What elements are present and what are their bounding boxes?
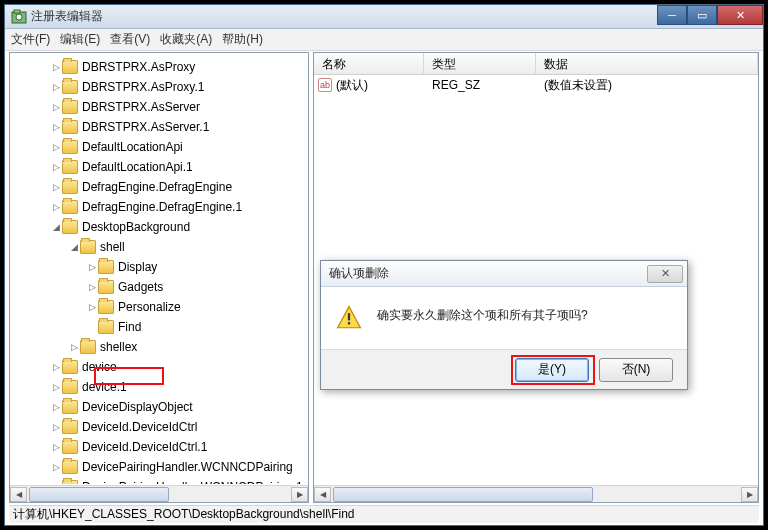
list-header[interactable]: 名称 类型 数据	[314, 53, 758, 75]
tree-item[interactable]: ▷DBRSTPRX.AsProxy.1	[10, 77, 308, 97]
tree-item[interactable]: ▷DeviceId.DeviceIdCtrl	[10, 417, 308, 437]
tree-item-label: Gadgets	[118, 280, 163, 294]
scroll-track[interactable]	[27, 487, 291, 502]
expander-closed-icon[interactable]: ▷	[50, 123, 62, 132]
tree-item[interactable]: ▷shellex	[10, 337, 308, 357]
tree-item[interactable]: ▷Personalize	[10, 297, 308, 317]
expander-closed-icon[interactable]: ▷	[50, 383, 62, 392]
tree-item[interactable]: ▷DeviceId.DeviceIdCtrl.1	[10, 437, 308, 457]
dialog-titlebar[interactable]: 确认项删除 ✕	[321, 261, 687, 287]
expander-closed-icon[interactable]: ▷	[50, 483, 62, 485]
menubar: 文件(F) 编辑(E) 查看(V) 收藏夹(A) 帮助(H)	[5, 29, 763, 51]
expander-closed-icon[interactable]: ▷	[50, 203, 62, 212]
tree-item[interactable]: ◢DesktopBackground	[10, 217, 308, 237]
expander-closed-icon[interactable]: ▷	[50, 183, 62, 192]
tree-item-label: shell	[100, 240, 125, 254]
registry-tree[interactable]: ▷DBRSTPRX.AsProxy▷DBRSTPRX.AsProxy.1▷DBR…	[10, 53, 308, 484]
expander-closed-icon[interactable]: ▷	[50, 83, 62, 92]
menu-view[interactable]: 查看(V)	[110, 31, 150, 48]
expander-closed-icon[interactable]: ▷	[50, 103, 62, 112]
tree-item[interactable]: ▷device.1	[10, 377, 308, 397]
tree-item-label: DeviceId.DeviceIdCtrl	[82, 420, 197, 434]
titlebar[interactable]: 注册表编辑器 ─ ▭ ✕	[5, 5, 763, 29]
tree-item[interactable]: ▷DBRSTPRX.AsServer.1	[10, 117, 308, 137]
statusbar: 计算机\HKEY_CLASSES_ROOT\DesktopBackground\…	[9, 505, 759, 523]
expander-open-icon[interactable]: ◢	[68, 243, 80, 252]
no-button[interactable]: 否(N)	[599, 358, 673, 382]
expander-open-icon[interactable]: ◢	[50, 223, 62, 232]
statusbar-path: 计算机\HKEY_CLASSES_ROOT\DesktopBackground\…	[13, 506, 354, 523]
tree-item[interactable]: ▷DeviceDisplayObject	[10, 397, 308, 417]
col-type[interactable]: 类型	[424, 53, 536, 74]
tree-item[interactable]: ▷DefaultLocationApi	[10, 137, 308, 157]
menu-favorites[interactable]: 收藏夹(A)	[160, 31, 212, 48]
list-row[interactable]: ab (默认) REG_SZ (数值未设置)	[314, 75, 758, 95]
tree-item[interactable]: ▷DefragEngine.DefragEngine.1	[10, 197, 308, 217]
expander-closed-icon[interactable]: ▷	[50, 163, 62, 172]
expander-closed-icon[interactable]: ▷	[86, 303, 98, 312]
tree-item[interactable]: ▷device	[10, 357, 308, 377]
expander-closed-icon[interactable]: ▷	[50, 363, 62, 372]
tree-item[interactable]: ▷DevicePairingHandler.WCNNCDPairing	[10, 457, 308, 477]
expander-closed-icon[interactable]: ▷	[86, 263, 98, 272]
scroll-thumb[interactable]	[29, 487, 169, 502]
tree-item[interactable]: ▷Display	[10, 257, 308, 277]
folder-icon	[62, 80, 78, 94]
tree-item-label: Find	[118, 320, 141, 334]
tree-item[interactable]: ▷DevicePairingHandler.WCNNCDPairing.1	[10, 477, 308, 484]
expander-closed-icon[interactable]: ▷	[50, 463, 62, 472]
menu-file[interactable]: 文件(F)	[11, 31, 50, 48]
scroll-track[interactable]	[331, 487, 741, 502]
scroll-right-button[interactable]: ▶	[741, 487, 758, 502]
tree-item[interactable]: ▷DBRSTPRX.AsProxy	[10, 57, 308, 77]
tree-item-label: DBRSTPRX.AsProxy	[82, 60, 195, 74]
folder-icon	[62, 360, 78, 374]
tree-item[interactable]: Find	[10, 317, 308, 337]
expander-closed-icon[interactable]: ▷	[50, 403, 62, 412]
warning-icon	[335, 305, 363, 331]
dialog-title: 确认项删除	[329, 265, 647, 282]
tree-item-label: DevicePairingHandler.WCNNCDPairing	[82, 460, 293, 474]
tree-item[interactable]: ▷DefragEngine.DefragEngine	[10, 177, 308, 197]
expander-closed-icon[interactable]: ▷	[50, 143, 62, 152]
svg-rect-4	[348, 313, 350, 320]
tree-item[interactable]: ◢shell	[10, 237, 308, 257]
dialog-close-button[interactable]: ✕	[647, 265, 683, 283]
col-data[interactable]: 数据	[536, 53, 758, 74]
tree-item-label: DefragEngine.DefragEngine.1	[82, 200, 242, 214]
tree-item[interactable]: ▷DefaultLocationApi.1	[10, 157, 308, 177]
folder-icon	[80, 340, 96, 354]
svg-rect-1	[14, 10, 20, 13]
tree-item[interactable]: ▷DBRSTPRX.AsServer	[10, 97, 308, 117]
menu-help[interactable]: 帮助(H)	[222, 31, 263, 48]
scroll-left-button[interactable]: ◀	[10, 487, 27, 502]
col-name[interactable]: 名称	[314, 53, 424, 74]
menu-edit[interactable]: 编辑(E)	[60, 31, 100, 48]
folder-icon	[62, 460, 78, 474]
tree-item-label: device.1	[82, 380, 127, 394]
expander-closed-icon[interactable]: ▷	[68, 343, 80, 352]
expander-closed-icon[interactable]: ▷	[50, 63, 62, 72]
tree-scrollbar-h[interactable]: ◀ ▶	[10, 485, 308, 502]
maximize-button[interactable]: ▭	[687, 5, 717, 25]
tree-item-label: DeviceDisplayObject	[82, 400, 193, 414]
folder-icon	[98, 280, 114, 294]
close-button[interactable]: ✕	[717, 5, 763, 25]
scroll-right-button[interactable]: ▶	[291, 487, 308, 502]
expander-closed-icon[interactable]: ▷	[50, 423, 62, 432]
list-scrollbar-h[interactable]: ◀ ▶	[314, 485, 758, 502]
cell-name: ab (默认)	[314, 77, 424, 94]
folder-icon	[62, 440, 78, 454]
folder-icon	[62, 400, 78, 414]
expander-closed-icon[interactable]: ▷	[50, 443, 62, 452]
minimize-button[interactable]: ─	[657, 5, 687, 25]
cell-type: REG_SZ	[424, 78, 536, 92]
folder-icon	[98, 320, 114, 334]
expander-closed-icon[interactable]: ▷	[86, 283, 98, 292]
folder-icon	[62, 200, 78, 214]
tree-item-label: DBRSTPRX.AsServer	[82, 100, 200, 114]
yes-button[interactable]: 是(Y)	[515, 358, 589, 382]
scroll-thumb[interactable]	[333, 487, 593, 502]
tree-item[interactable]: ▷Gadgets	[10, 277, 308, 297]
scroll-left-button[interactable]: ◀	[314, 487, 331, 502]
